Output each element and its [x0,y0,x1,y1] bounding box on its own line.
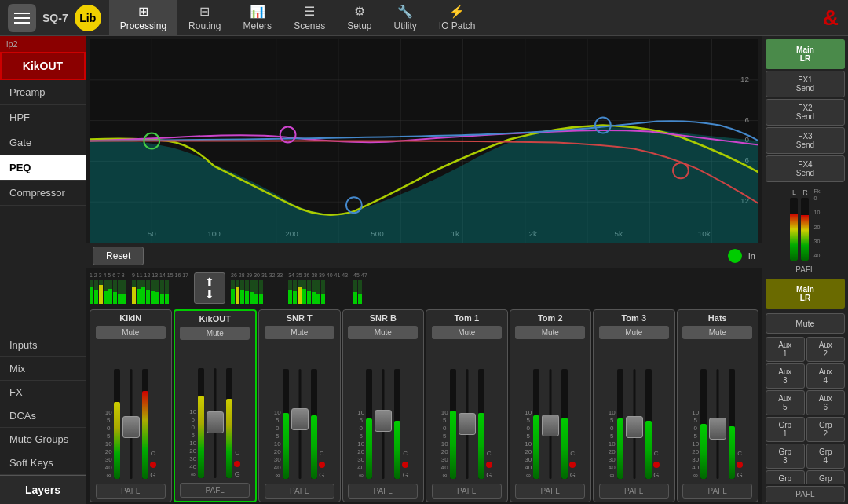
fader-tom3[interactable] [625,369,644,479]
mute-button-tom1[interactable]: Mute [432,326,502,339]
aux5-button[interactable]: Aux5 [766,390,805,415]
reset-button[interactable]: Reset [93,247,144,265]
scroll-channels-button[interactable]: ⬆ ⬇ [194,272,225,304]
right-meter-label: R [802,188,808,196]
nav-meters-label: Meters [243,20,272,31]
pafl-button-hats[interactable]: PAFL [682,484,752,499]
fader-tom2[interactable] [541,369,560,479]
right-top-section: MainLR FX1Send FX2Send FX3Send FX4Send [762,36,848,185]
g-label-tom3: G [653,471,659,479]
mute-button-hats[interactable]: Mute [682,326,752,339]
mini-meter [231,280,235,304]
sidebar-section-dcas[interactable]: DCAs [0,404,86,428]
sidebar-item-compressor[interactable]: Compressor [0,181,86,206]
nav-processing[interactable]: ⊞ Processing [109,0,177,36]
level-meter-kikout-l [198,368,204,478]
channel-name-button[interactable]: KikOUT [0,52,86,80]
sidebar-section-mix[interactable]: Mix [0,357,86,381]
strip-name-snrb: SNR B [370,313,397,323]
menu-button[interactable] [8,4,36,32]
mini-meter [293,280,297,304]
pafl-button-right-master[interactable]: PAFL [766,486,845,502]
fader-kikin[interactable] [122,369,141,479]
mute-button-tom3[interactable]: Mute [599,326,669,339]
mini-meter [358,280,362,304]
right-aux-section: Aux1 Aux2 Aux3 Aux4 Aux5 Aux6 Grp1 Grp2 … [762,335,848,484]
mute-button-master[interactable]: Mute [766,313,845,334]
sidebar-section-soft-keys[interactable]: Soft Keys [0,451,86,475]
eq-controls-bar: Reset In [86,243,762,268]
aux6-button[interactable]: Aux6 [806,390,846,415]
pafl-button-snrb[interactable]: PAFL [348,484,418,499]
pafl-button-tom3[interactable]: PAFL [599,484,669,499]
sidebar-item-preamp[interactable]: Preamp [0,80,86,105]
sidebar-section-fx[interactable]: FX [0,381,86,404]
fader-tom1[interactable] [458,369,477,479]
nav-utility[interactable]: 🔧 Utility [383,0,428,36]
in-label: In [748,251,755,261]
grp4-button[interactable]: Grp4 [806,444,846,469]
fx2-send-button[interactable]: FX2Send [766,99,845,126]
pafl-button-snrt[interactable]: PAFL [265,484,334,499]
mute-button-snrb[interactable]: Mute [348,326,418,339]
nav-utility-label: Utility [394,20,417,31]
mute-button-tom2[interactable]: Mute [515,326,585,339]
fader-hats[interactable] [708,369,727,479]
mute-button-kikout[interactable]: Mute [180,327,250,340]
sidebar-item-gate[interactable]: Gate [0,130,86,155]
grp6-button[interactable]: Grp6 [806,470,846,484]
mini-meter [137,280,141,304]
mini-meter [245,280,249,304]
fx4-send-button[interactable]: FX4Send [766,155,845,182]
fader-snrb[interactable] [374,369,393,479]
grp1-button[interactable]: Grp1 [766,417,805,442]
main-lr-button[interactable]: MainLR [766,39,845,69]
fx3-send-button[interactable]: FX3Send [766,127,845,154]
pafl-button-kikout[interactable]: PAFL [180,483,250,498]
mini-meter [94,280,98,304]
mini-meter [302,280,306,304]
fader-area-hats: 1050510203040∞ C G [679,342,757,480]
pafl-button-tom2[interactable]: PAFL [515,484,585,499]
mini-meter [160,280,164,304]
eq-curve-canvas: 12 6 0 6 12 50 100 200 500 1k 2k 5k 10k [90,39,758,243]
aux3-button[interactable]: Aux3 [766,363,805,389]
grp5-button[interactable]: Grp5 [766,470,805,484]
pafl-button-kikin[interactable]: PAFL [96,484,166,499]
mute-button-snrt[interactable]: Mute [265,326,334,339]
sidebar-item-hpf[interactable]: HPF [0,105,86,130]
fader-snrt[interactable] [291,369,309,479]
setup-icon: ⚙ [354,4,365,19]
mute-button-kikin[interactable]: Mute [96,326,166,339]
sidebar-item-peq[interactable]: PEQ [0,155,86,181]
main-layout: lp2 KikOUT Preamp HPF Gate PEQ Compresso… [0,36,848,504]
level-meter-snrb-l [366,369,372,479]
fx1-send-button[interactable]: FX1Send [766,71,845,97]
clip-indicator-hats [737,462,743,468]
channel-meters-bar: 1 2 3 4 5 6 7 8 [86,268,762,308]
nav-scenes[interactable]: ☰ Scenes [283,0,336,36]
grp2-button[interactable]: Grp2 [806,417,846,442]
aux4-button[interactable]: Aux4 [806,363,846,389]
aux2-button[interactable]: Aux2 [806,337,846,362]
lib-button[interactable]: Lib [75,5,101,31]
grp3-button[interactable]: Grp3 [766,444,805,469]
nav-meters[interactable]: 📊 Meters [232,0,283,36]
fader-area-kikin: 1050510203040∞ C G [92,342,170,480]
strip-name-hats: Hats [708,313,727,323]
fader-kikout[interactable] [206,368,225,478]
mini-meter [165,280,169,304]
channel-strip-tom2: Tom 2 Mute 1050510203040∞ [510,309,592,502]
g-label-tom1: G [486,471,492,479]
sidebar-section-mute-groups[interactable]: Mute Groups [0,428,86,451]
mini-meter [236,280,239,304]
pafl-button-tom1[interactable]: PAFL [432,484,502,499]
nav-routing[interactable]: ⊟ Routing [177,0,232,36]
layers-button[interactable]: Layers [0,475,86,504]
channel-group-label: lp2 [0,36,86,52]
main-lr-selected-button[interactable]: MainLR [766,279,845,309]
nav-setup[interactable]: ⚙ Setup [336,0,382,36]
aux1-button[interactable]: Aux1 [766,337,805,362]
nav-iopatch[interactable]: ⚡ IO Patch [428,0,487,36]
sidebar-section-inputs[interactable]: Inputs [0,334,86,357]
